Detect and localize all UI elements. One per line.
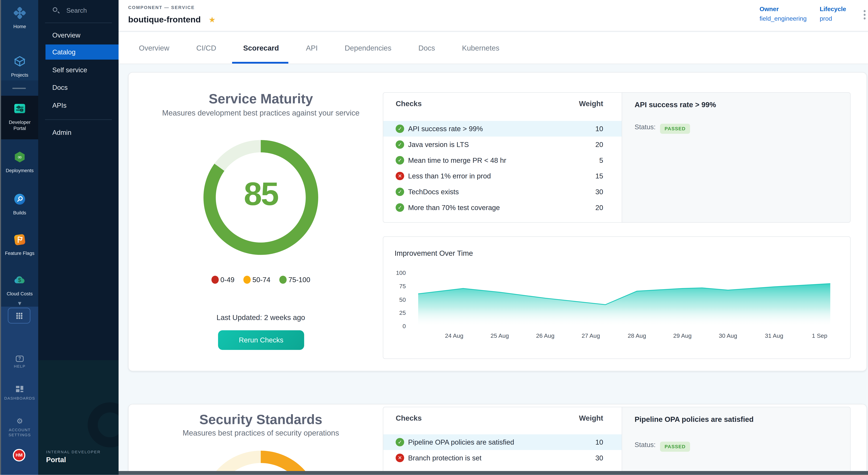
cloud-dollar-icon: $ (13, 274, 26, 286)
active-tab-indicator (232, 62, 288, 64)
tab-overview[interactable]: Overview (139, 44, 169, 52)
sidebar-item-apis[interactable]: APIs (45, 98, 119, 113)
entity-header: COMPONENT — SERVICE boutique-frontend ★ … (119, 0, 868, 31)
favorite-star-icon[interactable]: ★ (209, 15, 216, 24)
x-tick: 31 Aug (757, 332, 791, 339)
tab-kubernetes[interactable]: Kubernetes (462, 44, 499, 52)
check-weight: 20 (383, 141, 603, 149)
lifecycle-value: prod (820, 15, 832, 22)
score-legend: 0-49 50-74 75-100 (129, 276, 393, 284)
legend-dot-green (279, 276, 287, 284)
tab-cicd[interactable]: CI/CD (196, 44, 216, 52)
module-builds[interactable]: Builds (1, 193, 38, 216)
x-tick: 27 Aug (574, 332, 608, 339)
check-detail-panel: API success rate > 99% Status:PASSED (622, 93, 850, 222)
checks-panel: Checks Weight ✓ API success rate > 99% 1… (383, 92, 850, 223)
weight-header: Weight (383, 414, 603, 422)
search-placeholder: Search (66, 7, 87, 14)
help-button[interactable]: ? HELP (1, 352, 38, 369)
tab-api[interactable]: API (306, 44, 318, 52)
x-tick: 25 Aug (483, 332, 517, 339)
account-settings-button[interactable]: ⚙ ACCOUNT SETTINGS (1, 415, 38, 438)
portal-sidebar: Search Overview Catalog Self service Doc… (38, 0, 119, 475)
scorecard-subtitle: Measures best practices of security oper… (129, 428, 393, 437)
sidebar-item-overview[interactable]: Overview (45, 28, 119, 43)
user-avatar[interactable]: HM (13, 449, 25, 461)
check-row[interactable]: ✓ Pipeline OPA policies are satisfied 10 (383, 434, 622, 450)
sidebar-item-self-service[interactable]: Self service (45, 62, 119, 78)
x-tick: 26 Aug (528, 332, 562, 339)
tab-dependencies[interactable]: Dependencies (345, 44, 391, 52)
scorecard-subtitle: Measures development best practices agai… (129, 109, 393, 117)
legend-dot-amber (243, 276, 251, 284)
dashboards-button[interactable]: DASHBOARDS (1, 384, 38, 401)
help-label: HELP (1, 364, 38, 369)
sidebar-divider (45, 119, 112, 120)
module-rail: Home Projects Developer Portal ∞ Deploym… (0, 0, 38, 475)
check-row[interactable]: ✕ Less than 1% error in prod 15 (383, 168, 622, 184)
sidebar-item-admin[interactable]: Admin (45, 125, 119, 140)
check-weight: 30 (383, 454, 603, 462)
status-label: Status: (635, 123, 656, 131)
module-label: Projects (1, 72, 38, 78)
maturity-score: 85 (204, 175, 318, 212)
check-detail-title: Pipeline OPA policies are satisfied (635, 415, 753, 423)
x-tick: 28 Aug (620, 332, 654, 339)
improvement-chart-panel: Improvement Over Time 100 75 50 25 0 24 … (383, 236, 850, 359)
y-tick: 0 (389, 323, 406, 330)
sidebar-divider (45, 23, 112, 23)
legend-label: 0-49 (220, 276, 235, 284)
breadcrumb: COMPONENT — SERVICE (128, 5, 195, 10)
tab-scorecard[interactable]: Scorecard (243, 44, 279, 52)
module-projects[interactable]: Projects (1, 55, 38, 78)
svg-text:∞: ∞ (18, 154, 22, 160)
rail-divider (12, 88, 26, 89)
check-status: Status:PASSED (635, 123, 690, 134)
area-chart (411, 272, 830, 326)
check-row[interactable]: ✕ Branch protection is set 30 (383, 450, 622, 466)
pipeline-icon: ∞ (13, 151, 26, 163)
module-feature-flags[interactable]: Feature Flags (1, 234, 38, 257)
module-deployments[interactable]: ∞ Deployments (1, 151, 38, 174)
more-options-button[interactable] (861, 10, 868, 21)
module-cloud-costs[interactable]: $ Cloud Costs ▼ (1, 274, 38, 307)
scorecard-service-maturity: Service Maturity Measures development be… (128, 72, 867, 372)
owner-link[interactable]: field_engineering (760, 15, 807, 22)
svg-text:$: $ (18, 277, 21, 283)
check-row[interactable]: ✓ TechDocs exists 30 (383, 184, 622, 200)
scorecard-title: Security Standards (129, 412, 393, 427)
sidebar-item-catalog[interactable]: Catalog (45, 44, 119, 60)
search-input[interactable]: Search (45, 5, 112, 18)
y-tick: 50 (389, 296, 406, 303)
checks-panel: Checks Weight ✓ Pipeline OPA policies ar… (383, 407, 850, 475)
flag-icon (13, 234, 26, 246)
rerun-checks-button[interactable]: Rerun Checks (218, 330, 304, 350)
module-developer-portal[interactable]: Developer Portal (1, 96, 38, 140)
legend-dot-red (212, 276, 219, 284)
x-tick: 29 Aug (665, 332, 699, 339)
check-row[interactable]: ✓ Mean time to merge PR < 48 hr 5 (383, 152, 622, 168)
x-tick: 24 Aug (437, 332, 471, 339)
check-row[interactable]: ✓ More than 70% test coverage 20 (383, 200, 622, 215)
status-label: Status: (635, 441, 656, 448)
gear-icon: ⚙ (16, 417, 23, 425)
module-home[interactable]: Home (1, 7, 38, 30)
chat-question-icon: ? (16, 356, 24, 362)
sidebar-item-docs[interactable]: Docs (45, 80, 119, 95)
check-weight: 20 (383, 204, 603, 212)
check-detail-title: API success rate > 99% (635, 100, 716, 109)
search-icon (53, 7, 57, 12)
module-picker-button[interactable] (8, 308, 30, 324)
tab-docs[interactable]: Docs (418, 44, 435, 52)
sliders-icon (13, 102, 26, 115)
check-row[interactable]: ✓ API success rate > 99% 10 (383, 121, 622, 137)
x-tick: 1 Sep (803, 332, 836, 339)
chart-title: Improvement Over Time (395, 249, 473, 258)
check-weight: 15 (383, 172, 603, 180)
check-row[interactable]: ✓ Java version is LTS 20 (383, 137, 622, 152)
status-badge: PASSED (660, 442, 690, 452)
chevron-down-icon[interactable]: ▼ (17, 300, 22, 306)
check-detail-panel: Pipeline OPA policies are satisfied Stat… (622, 407, 850, 475)
module-label: Developer Portal (3, 119, 36, 131)
scorecard-security-standards: Security Standards Measures best practic… (128, 404, 867, 475)
